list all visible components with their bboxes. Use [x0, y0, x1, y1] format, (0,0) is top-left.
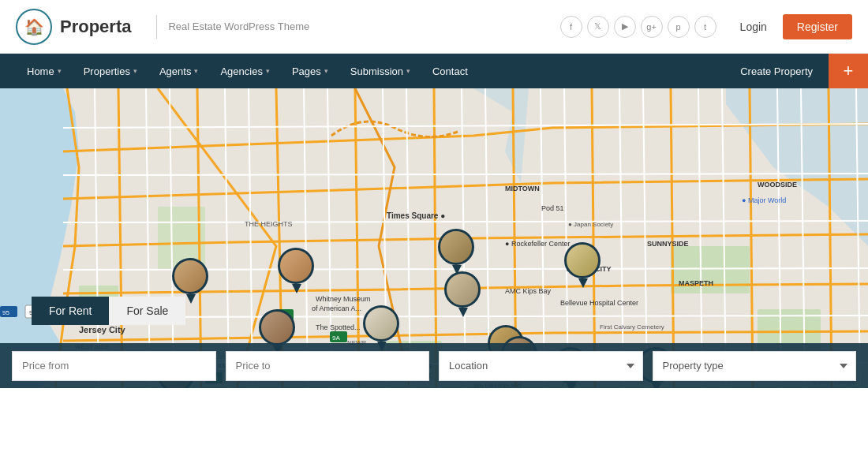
- nav-agencies[interactable]: Agencies ▾: [209, 54, 280, 88]
- svg-text:Pod 51: Pod 51: [541, 204, 564, 212]
- svg-text:● Rockefeller Center: ● Rockefeller Center: [505, 240, 570, 248]
- map-pin-2[interactable]: [278, 248, 316, 292]
- navbar: Home ▾ Properties ▾ Agents ▾ Agencies ▾ …: [0, 54, 868, 88]
- pin-tail-10: [578, 278, 588, 288]
- pinterest-icon[interactable]: p: [668, 16, 690, 38]
- map-pin-10[interactable]: [564, 242, 602, 286]
- svg-text:● Major World: ● Major World: [742, 196, 786, 204]
- svg-text:AMC Kips Bay: AMC Kips Bay: [505, 287, 552, 295]
- nav-items: Home ▾ Properties ▾ Agents ▾ Agencies ▾ …: [16, 54, 724, 88]
- search-bar: Location New York Jersey City Brooklyn Q…: [0, 343, 868, 388]
- logo-text: Properta: [60, 17, 131, 37]
- nav-home[interactable]: Home ▾: [16, 54, 73, 88]
- svg-text:MIDTOWN: MIDTOWN: [505, 185, 540, 192]
- plus-icon[interactable]: +: [829, 54, 868, 88]
- chevron-down-icon: ▾: [194, 67, 198, 75]
- logo-icon: 🏠: [16, 9, 52, 45]
- logo[interactable]: 🏠 Properta: [16, 9, 131, 45]
- svg-text:Jersey City: Jersey City: [79, 325, 126, 334]
- map-tabs: For Rent For Sale: [32, 297, 185, 325]
- facebook-icon[interactable]: f: [560, 16, 582, 38]
- map-area: THE HEIGHTS Jersey City WEST SIDE VILLAG…: [0, 88, 868, 388]
- login-button[interactable]: Login: [731, 16, 776, 38]
- nav-agents[interactable]: Agents ▾: [148, 54, 209, 88]
- svg-text:95: 95: [2, 309, 9, 316]
- price-to-input[interactable]: [226, 351, 430, 381]
- pin-photo-10: [564, 242, 600, 278]
- pin-tail-7: [458, 308, 468, 317]
- nav-submission[interactable]: Submission ▾: [339, 54, 421, 88]
- pin-photo-6: [438, 229, 474, 265]
- pin-tail-2: [292, 284, 301, 293]
- property-type-select[interactable]: Property type Apartment House Villa Offi…: [653, 351, 857, 381]
- social-icons: f 𝕏 ▶ g+ p t: [560, 16, 716, 38]
- svg-text:● Japan Society: ● Japan Society: [568, 221, 613, 228]
- svg-text:9A: 9A: [332, 334, 340, 342]
- price-from-input[interactable]: [12, 351, 216, 381]
- chevron-down-icon: ▾: [58, 67, 62, 75]
- svg-text:The Spotted...: The Spotted...: [316, 323, 361, 331]
- youtube-icon[interactable]: ▶: [614, 16, 636, 38]
- nav-properties[interactable]: Properties ▾: [73, 54, 148, 88]
- register-button[interactable]: Register: [783, 14, 852, 39]
- svg-text:MASPETH: MASPETH: [679, 279, 713, 287]
- chevron-down-icon: ▾: [406, 67, 410, 75]
- svg-text:Times Square ●: Times Square ●: [387, 211, 445, 220]
- tumblr-icon[interactable]: t: [694, 16, 716, 38]
- header: 🏠 Properta Real Estate WordPress Theme f…: [0, 0, 868, 54]
- pin-photo-7: [444, 271, 481, 308]
- pin-photo-5: [363, 305, 399, 342]
- pin-photo-3: [259, 309, 295, 346]
- header-divider: [156, 15, 157, 39]
- svg-text:of American A...: of American A...: [312, 304, 361, 312]
- nav-contact[interactable]: Contact: [421, 54, 479, 88]
- nav-right: Create Property +: [724, 54, 868, 88]
- svg-text:WOODSIDE: WOODSIDE: [758, 181, 797, 189]
- create-property-button[interactable]: Create Property: [724, 54, 829, 88]
- svg-text:Bellevue Hospital Center: Bellevue Hospital Center: [560, 299, 638, 307]
- svg-text:Whitney Museum: Whitney Museum: [316, 295, 371, 303]
- google-plus-icon[interactable]: g+: [641, 16, 663, 38]
- svg-text:First Calvary Cemetery: First Calvary Cemetery: [600, 323, 664, 331]
- map-pin-6[interactable]: [438, 229, 476, 273]
- chevron-down-icon: ▾: [324, 67, 328, 75]
- twitter-icon[interactable]: 𝕏: [587, 16, 609, 38]
- map-pin-1[interactable]: [172, 258, 210, 302]
- tagline: Real Estate WordPress Theme: [168, 21, 309, 32]
- map-pin-7[interactable]: [444, 271, 482, 316]
- chevron-down-icon: ▾: [266, 67, 270, 75]
- pin-tail-1: [186, 294, 196, 304]
- tab-for-rent[interactable]: For Rent: [32, 297, 109, 325]
- svg-text:SUNNYSIDE: SUNNYSIDE: [647, 240, 689, 248]
- tab-for-sale[interactable]: For Sale: [109, 297, 185, 325]
- location-select[interactable]: Location New York Jersey City Brooklyn Q…: [439, 351, 643, 381]
- header-right: f 𝕏 ▶ g+ p t Login Register: [560, 14, 852, 39]
- svg-text:THE HEIGHTS: THE HEIGHTS: [245, 220, 293, 228]
- pin-photo-2: [278, 248, 314, 284]
- chevron-down-icon: ▾: [133, 67, 137, 75]
- nav-pages[interactable]: Pages ▾: [281, 54, 339, 88]
- pin-photo-1: [172, 258, 208, 294]
